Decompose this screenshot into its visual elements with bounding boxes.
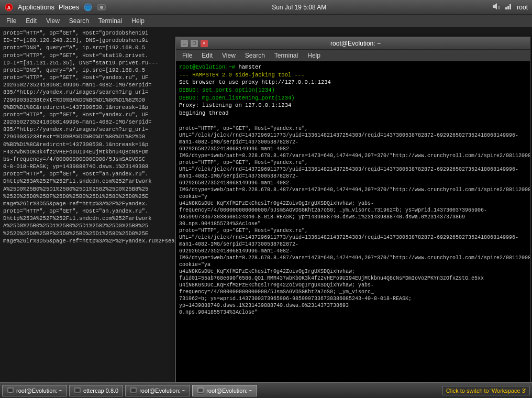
svg-rect-10 [509,4,511,9]
prompt: root@Evolution:~# [179,64,235,70]
traffic-line: proto="HTTP", op="GET", Host="yandex.ru"… [179,159,527,180]
menu-file[interactable]: File [2,16,20,26]
taskbar-icon-2 [130,387,137,394]
overlay-content[interactable]: root@Evolution:~# hamster --- HAMPSTER 2… [176,61,530,382]
traffic-line: 6929265027352418068149996-man1-4082-IMG/… [179,146,527,159]
browser-icon[interactable]: 🌐 [83,3,93,12]
traffic-line: proto="HTTP", op="GET", Host="yandex.ru"… [179,227,527,248]
main-menubar: File Edit View Search Terminal Help [0,15,532,27]
taskbar-label-3: root@Evolution: ~ [206,388,252,394]
svg-rect-13 [75,388,80,392]
menu-view[interactable]: View [42,16,64,26]
top-bar: A Applications Places 🌐 Sun Jul 19 5:08 … [0,0,532,15]
taskbar-item-0[interactable]: root@Evolution: ~ [2,385,67,396]
traffic-line: 6929265027352418068149996-man1-4082-IMG/… [179,248,527,268]
svg-rect-15 [198,388,203,392]
network-icon[interactable] [504,2,513,12]
taskbar-item-2[interactable]: root@Evolution: ~ [125,385,190,396]
svg-rect-8 [505,7,507,9]
output-line: DEBUG: set_ports_option(1234) [179,86,527,94]
svg-rect-12 [9,392,12,393]
taskbar-label-0: root@Evolution: ~ [16,388,62,394]
menu-search[interactable]: Search [65,16,93,26]
taskbar-label-2: root@Evolution: ~ [139,388,185,394]
overlay-menu-file[interactable]: File [178,51,196,60]
overlay-menu-terminal[interactable]: Terminal [270,51,302,60]
close-button[interactable]: ✕ [201,40,208,47]
taskbar-icon-3 [197,387,204,394]
traffic-output: proto="HTTP", op="GET", Host="yandex.ru"… [179,125,527,316]
overlay-menu-view[interactable]: View [218,51,240,60]
svg-rect-9 [507,6,509,9]
svg-marker-6 [493,3,497,9]
svg-text:🌐: 🌐 [85,5,91,10]
svg-text:)): )) [497,5,500,9]
traffic-line: u4iN8KGsDUc_KqFXfM2PzEkChqslTr0g42ZoivOg… [179,200,527,220]
minimize-button[interactable]: _ [181,40,188,47]
menu-terminal[interactable]: Terminal [94,16,126,26]
menu-edit[interactable]: Edit [21,16,41,26]
output-line: Set browser to use proxy http://127.0.0.… [179,79,527,86]
svg-text:A: A [7,5,10,11]
taskbar-label-1: ettercap 0.8.0 [83,388,118,394]
taskbar-item-3[interactable]: root@Evolution: ~ [192,385,257,396]
output-line: Proxy: listening on 127.0.0.1:1234 [179,102,527,109]
command-line: root@Evolution:~# hamster [179,63,527,71]
traffic-line: 0.nps.9041855734%3Aclose" [179,309,527,316]
traffic-line: u4iN8KGsDUc_KqFXfM2PzEkChqslTr0g42ZoivOg… [179,268,527,282]
traffic-line: proto="HTTP", op="GET", Host="yandex.ru"… [179,125,527,146]
traffic-line: 30.nps.9041855734%3Aclose" [179,220,527,227]
volume-icon[interactable]: )) [492,2,500,12]
taskbar-icon-0 [7,387,14,394]
traffic-line: 6929265027352418068149996-man1-4082-IMG/… [179,180,527,200]
svg-rect-14 [131,388,136,392]
applications-menu[interactable]: Applications [18,3,54,11]
overlay-menubar: File Edit View Search Terminal Help [176,50,530,61]
output-line: --- HAMPSTER 2.0 side-jacking tool --- [179,71,527,79]
maximize-button[interactable]: □ [191,40,198,47]
output-line: begining thread [179,109,527,117]
taskbar-icon-1 [74,387,81,394]
username-label: root [517,4,528,11]
taskbar: root@Evolution: ~ ettercap 0.8.0 root@Ev… [0,382,532,398]
traffic-line: u4iN8KGsDUc_KqFXfM2PzEkChqslTr0g42ZoivOg… [179,282,527,295]
overlay-menu-edit[interactable]: Edit [197,51,217,60]
traffic-line: 731962=b; ys=wprid.1437300373965906-9859… [179,295,527,309]
overlay-title: root@Evolution: ~ [208,40,503,47]
command-text: hamster [238,64,261,70]
svg-point-5 [100,6,103,9]
svg-rect-11 [8,388,13,392]
top-bar-left: A Applications Places 🌐 [4,3,106,12]
bg-line: proto="HTTP", op="GET", Host="gorodobshe… [3,29,529,37]
workspace-hint[interactable]: Click to switch to 'Workspace 3' [442,386,530,395]
top-bar-right: )) root [492,2,528,12]
taskbar-item-1[interactable]: ettercap 0.8.0 [69,385,123,396]
screenshot-icon[interactable] [97,3,106,12]
overlay-menu-help[interactable]: Help [303,51,325,60]
system-icon: A [4,3,14,12]
menu-help[interactable]: Help [127,16,149,26]
places-menu[interactable]: Places [59,3,79,11]
window-controls: _ □ ✕ [179,40,208,47]
overlay-menu-search[interactable]: Search [241,51,269,60]
output-line: DEBUG: mg_open_listening_port(1234) [179,94,527,102]
overlay-terminal: _ □ ✕ root@Evolution: ~ File Edit View S… [175,37,530,382]
datetime: Sun Jul 19 5:08 AM [272,4,326,11]
overlay-titlebar: _ □ ✕ root@Evolution: ~ [176,37,530,50]
